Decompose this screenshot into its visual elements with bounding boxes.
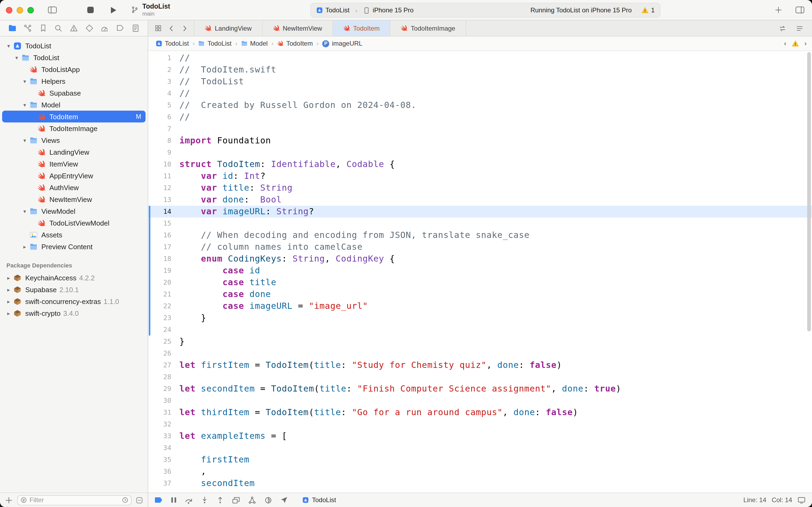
- navigator-tab-tests-icon[interactable]: [84, 23, 94, 33]
- tree-item-assets[interactable]: Assets: [2, 229, 146, 241]
- minimize-window-button[interactable]: [17, 7, 23, 13]
- code-line-20[interactable]: 20 case title: [148, 277, 812, 288]
- zoom-window-button[interactable]: [27, 7, 34, 13]
- add-item-icon[interactable]: [5, 496, 13, 504]
- disclosure-down-icon[interactable]: ▾: [20, 102, 29, 108]
- tree-item-todoitemimage[interactable]: TodoItemImage: [2, 122, 146, 134]
- code-line-1[interactable]: 1//: [148, 52, 812, 64]
- code-line-17[interactable]: 17 // column names into camelCase: [148, 241, 812, 253]
- tree-item-preview-content[interactable]: ▸Preview Content: [2, 241, 146, 252]
- next-issue-icon[interactable]: ›: [805, 40, 807, 47]
- code-line-29[interactable]: 29let secondItem = TodoItem(title: "Fini…: [148, 383, 812, 395]
- code-line-23[interactable]: 23 }: [148, 312, 812, 324]
- code-line-16[interactable]: 16 // When decoding and encoding from JS…: [148, 229, 812, 241]
- tree-item-todolistapp[interactable]: TodoListApp: [2, 63, 146, 75]
- editor-options-icon[interactable]: [796, 24, 803, 32]
- tab-todoitem[interactable]: TodoItem: [333, 20, 391, 36]
- warning-indicator[interactable]: 1: [641, 6, 655, 14]
- code-line-27[interactable]: 27let firstItem = TodoItem(title: "Study…: [148, 359, 812, 371]
- code-line-31[interactable]: 31let thirdItem = TodoItem(title: "Go fo…: [148, 406, 812, 418]
- breadcrumb-item-imageurl[interactable]: PimageURL: [322, 40, 362, 47]
- tree-item-landingview[interactable]: LandingView: [2, 146, 146, 158]
- navigator-tab-source-control-icon[interactable]: [23, 23, 33, 33]
- disclosure-down-icon[interactable]: ▾: [4, 43, 13, 49]
- code-line-5[interactable]: 5// Created by Russell Gordon on 2024-04…: [148, 99, 812, 111]
- previous-issue-icon[interactable]: ‹: [784, 40, 786, 47]
- breadcrumb-item-todoitem[interactable]: TodoItem: [277, 40, 313, 47]
- code-line-36[interactable]: 36 ,: [148, 466, 812, 477]
- disclosure-right-icon[interactable]: ▸: [4, 310, 13, 316]
- new-tab-button[interactable]: [774, 6, 782, 14]
- disclosure-right-icon[interactable]: ▸: [4, 287, 13, 292]
- scheme-selector[interactable]: TodoList › iPhone 15 Pro: [316, 6, 413, 14]
- tree-item-todolist[interactable]: ▾TodoList: [2, 40, 146, 52]
- disclosure-down-icon[interactable]: ▾: [20, 78, 29, 84]
- tree-item-supabase[interactable]: Supabase: [2, 87, 146, 99]
- related-items-grid-icon[interactable]: [155, 25, 162, 32]
- code-line-35[interactable]: 35 firstItem: [148, 454, 812, 466]
- code-line-22[interactable]: 22 case imageURL = "image_url": [148, 300, 812, 312]
- navigator-tab-debug-icon[interactable]: [100, 23, 110, 33]
- tree-item-helpers[interactable]: ▾Helpers: [2, 75, 146, 87]
- editor-swap-icon[interactable]: [779, 24, 786, 32]
- simulate-location-icon[interactable]: [280, 496, 288, 504]
- code-line-33[interactable]: 33let exampleItems = [: [148, 430, 812, 442]
- activity-status-bar[interactable]: TodoList › iPhone 15 Pro Running TodoLis…: [310, 3, 660, 18]
- code-line-19[interactable]: 19 case id: [148, 265, 812, 277]
- disclosure-right-icon[interactable]: ▸: [4, 298, 13, 304]
- tab-landingview[interactable]: LandingView: [194, 20, 263, 36]
- memory-graph-icon[interactable]: [248, 496, 256, 504]
- code-line-13[interactable]: 13 var done: Bool: [148, 194, 812, 206]
- step-into-icon[interactable]: [201, 496, 209, 504]
- environment-overrides-icon[interactable]: [264, 496, 272, 504]
- tab-newitemview[interactable]: NewItemView: [263, 20, 333, 36]
- code-line-12[interactable]: 12 var title: String: [148, 182, 812, 194]
- step-out-icon[interactable]: [217, 496, 224, 504]
- disclosure-down-icon[interactable]: ▾: [20, 208, 29, 214]
- code-line-32[interactable]: 32: [148, 418, 812, 430]
- code-line-3[interactable]: 3// TodoList: [148, 76, 812, 88]
- code-line-6[interactable]: 6//: [148, 111, 812, 123]
- tree-item-todolist[interactable]: ▾TodoList: [2, 52, 146, 63]
- tree-item-model[interactable]: ▾Model: [2, 99, 146, 111]
- go-back-icon[interactable]: [168, 24, 175, 32]
- disclosure-down-icon[interactable]: ▾: [12, 55, 21, 60]
- toggle-left-sidebar-icon[interactable]: [48, 5, 57, 14]
- pause-icon[interactable]: [171, 497, 177, 503]
- stop-button[interactable]: [87, 6, 94, 13]
- code-line-14[interactable]: 14 var imageURL: String?: [148, 206, 812, 218]
- issue-warning-icon[interactable]: [792, 40, 799, 47]
- view-hierarchy-icon[interactable]: [232, 496, 240, 504]
- code-line-26[interactable]: 26: [148, 347, 812, 359]
- tree-item-authview[interactable]: AuthView: [2, 181, 146, 193]
- tree-item-newitemview[interactable]: NewItemView: [2, 193, 146, 205]
- code-line-21[interactable]: 21 case done: [148, 288, 812, 300]
- close-window-button[interactable]: [6, 7, 12, 13]
- code-line-10[interactable]: 10struct TodoItem: Identifiable, Codable…: [148, 158, 812, 170]
- code-line-4[interactable]: 4//: [148, 88, 812, 99]
- package-item-swift-concurrency-extras[interactable]: ▸swift-concurrency-extras1.1.0: [2, 295, 146, 307]
- tree-item-viewmodel[interactable]: ▾ViewModel: [2, 205, 146, 217]
- tree-item-todoitem[interactable]: TodoItemM: [2, 111, 146, 122]
- running-app-indicator[interactable]: TodoList: [302, 496, 336, 504]
- display-icon[interactable]: [798, 496, 806, 504]
- navigator-tab-reports-icon[interactable]: [130, 23, 140, 33]
- breadcrumb-item-todolist[interactable]: TodoList: [156, 40, 189, 47]
- package-item-keychainaccess[interactable]: ▸KeychainAccess4.2.2: [2, 272, 146, 284]
- code-line-34[interactable]: 34: [148, 442, 812, 454]
- disclosure-right-icon[interactable]: ▸: [4, 275, 13, 281]
- tree-item-views[interactable]: ▾Views: [2, 134, 146, 146]
- code-line-30[interactable]: 30: [148, 395, 812, 406]
- code-line-2[interactable]: 2// TodoItem.swift: [148, 64, 812, 76]
- package-item-swift-crypto[interactable]: ▸swift-crypto3.4.0: [2, 307, 146, 319]
- vertical-scrollbar[interactable]: [807, 52, 811, 331]
- navigator-tab-find-icon[interactable]: [54, 23, 63, 33]
- code-line-18[interactable]: 18 enum CodingKeys: String, CodingKey {: [148, 253, 812, 265]
- breadcrumb-item-todolist[interactable]: TodoList: [198, 40, 231, 47]
- toggle-right-sidebar-icon[interactable]: [795, 5, 805, 14]
- tree-item-appentryview[interactable]: AppEntryView: [2, 170, 146, 181]
- tab-todoitemimage[interactable]: TodoItemImage: [391, 20, 466, 36]
- breadcrumb-item-model[interactable]: Model: [241, 40, 268, 47]
- code-line-25[interactable]: 25}: [148, 336, 812, 347]
- navigator-tab-project-icon[interactable]: [7, 23, 17, 33]
